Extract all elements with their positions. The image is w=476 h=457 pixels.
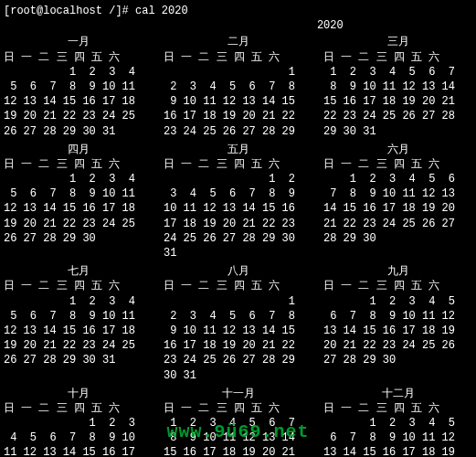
month-8: 八月日 一 二 三 四 五 六 1 2 3 4 5 6 7 8 9 10 11 … [164, 264, 312, 383]
week-row: 12 13 14 15 16 17 18 [4, 201, 153, 216]
day-header: 日 一 二 三 四 五 六 [164, 279, 312, 293]
week-row: 1 2 3 [4, 416, 153, 430]
week-row: 19 20 21 22 23 24 25 [4, 338, 153, 353]
week-row: 26 27 28 29 30 [4, 231, 153, 246]
week-row: 14 15 16 17 18 19 20 [323, 201, 472, 216]
month-title: 六月 [323, 143, 472, 157]
day-header: 日 一 二 三 四 五 六 [323, 279, 472, 293]
week-row: 7 8 9 10 11 12 13 [323, 186, 472, 201]
day-header: 日 一 二 三 四 五 六 [4, 401, 153, 416]
month-2: 二月日 一 二 三 四 五 六 1 2 3 4 5 6 7 8 9 10 11 … [164, 35, 312, 138]
week-row: 24 25 26 27 28 29 30 [164, 231, 312, 246]
week-row: 10 11 12 13 14 15 16 [164, 201, 312, 216]
day-header: 日 一 二 三 四 五 六 [323, 157, 472, 172]
week-row: 8 9 10 11 12 13 14 [164, 430, 312, 445]
week-row: 28 29 30 [323, 231, 472, 246]
week-row: 26 27 28 29 30 31 [4, 353, 153, 367]
week-row: 4 5 6 7 8 9 10 [4, 430, 153, 445]
day-header: 日 一 二 三 四 五 六 [164, 157, 312, 172]
month-title: 十一月 [164, 387, 312, 401]
week-row: 6 7 8 9 10 11 12 [323, 309, 472, 324]
month-title: 二月 [164, 35, 312, 49]
week-row: 16 17 18 19 20 21 22 [164, 109, 312, 123]
month-title: 十月 [4, 387, 153, 401]
week-row: 27 28 29 30 [323, 353, 472, 367]
week-row: 8 9 10 11 12 13 14 [323, 80, 472, 94]
week-row: 29 30 31 [323, 124, 472, 139]
week-row: 26 27 28 29 30 31 [4, 124, 153, 139]
day-header: 日 一 二 三 四 五 六 [4, 50, 153, 65]
day-header: 日 一 二 三 四 五 六 [164, 401, 312, 416]
week-row: 19 20 21 22 23 24 25 [4, 217, 153, 231]
week-row: 1 2 3 4 5 [323, 416, 472, 430]
month-title: 一月 [4, 35, 153, 49]
day-header: 日 一 二 三 四 五 六 [4, 279, 153, 293]
month-title: 八月 [164, 264, 312, 279]
day-header: 日 一 二 三 四 五 六 [323, 401, 472, 416]
week-row: 1 [164, 294, 312, 309]
week-row: 1 2 3 4 [4, 172, 153, 186]
month-1: 一月日 一 二 三 四 五 六 1 2 3 4 5 6 7 8 9 10 111… [4, 35, 153, 138]
month-title: 五月 [164, 143, 312, 157]
week-row: 17 18 19 20 21 22 23 [164, 217, 312, 231]
month-9: 九月日 一 二 三 四 五 六 1 2 3 4 5 6 7 8 9 10 11 … [323, 264, 472, 383]
calendar-grid: 一月日 一 二 三 四 五 六 1 2 3 4 5 6 7 8 9 10 111… [4, 35, 472, 457]
week-row: 5 6 7 8 9 10 11 [4, 309, 153, 324]
week-row: 16 17 18 19 20 21 22 [164, 338, 312, 353]
shell-prompt[interactable]: [root@localhost /]# cal 2020 [4, 4, 472, 18]
month-5: 五月日 一 二 三 四 五 六 1 2 3 4 5 6 7 8 910 11 1… [164, 143, 312, 261]
month-10: 十月日 一 二 三 四 五 六 1 2 3 4 5 6 7 8 9 1011 1… [4, 387, 153, 457]
week-row: 1 2 3 4 [4, 65, 153, 80]
week-row: 1 2 3 4 5 6 7 [323, 65, 472, 80]
week-row: 1 2 3 4 5 [323, 294, 472, 309]
week-row: 9 10 11 12 13 14 15 [164, 324, 312, 338]
week-row: 21 22 23 24 25 26 27 [323, 217, 472, 231]
day-header: 日 一 二 三 四 五 六 [4, 157, 153, 172]
week-row: 2 3 4 5 6 7 8 [164, 309, 312, 324]
month-title: 七月 [4, 264, 153, 279]
month-12: 十二月日 一 二 三 四 五 六 1 2 3 4 5 6 7 8 9 10 11… [323, 387, 472, 457]
week-row: 1 2 3 4 [4, 294, 153, 309]
week-row: 15 16 17 18 19 20 21 [164, 445, 312, 457]
month-title: 十二月 [323, 387, 472, 401]
week-row: 23 24 25 26 27 28 29 [164, 353, 312, 367]
week-row: 13 14 15 16 17 18 19 [323, 324, 472, 338]
week-row: 1 2 [164, 172, 312, 186]
month-title: 九月 [323, 264, 472, 279]
week-row: 12 13 14 15 16 17 18 [4, 324, 153, 338]
week-row: 13 14 15 16 17 18 19 [323, 445, 472, 457]
week-row: 19 20 21 22 23 24 25 [4, 109, 153, 123]
week-row: 30 31 [164, 368, 312, 383]
week-row: 31 [164, 246, 312, 260]
week-row: 5 6 7 8 9 10 11 [4, 80, 153, 94]
week-row: 15 16 17 18 19 20 21 [323, 94, 472, 109]
week-row: 23 24 25 26 27 28 29 [164, 124, 312, 139]
week-row: 5 6 7 8 9 10 11 [4, 186, 153, 201]
month-title: 四月 [4, 143, 153, 157]
month-6: 六月日 一 二 三 四 五 六 1 2 3 4 5 6 7 8 9 10 11 … [323, 143, 472, 261]
month-7: 七月日 一 二 三 四 五 六 1 2 3 4 5 6 7 8 9 10 111… [4, 264, 153, 383]
day-header: 日 一 二 三 四 五 六 [323, 50, 472, 65]
week-row: 2 3 4 5 6 7 8 [164, 80, 312, 94]
month-11: 十一月日 一 二 三 四 五 六 1 2 3 4 5 6 7 8 9 10 11… [164, 387, 312, 457]
week-row: 1 [164, 65, 312, 80]
week-row: 22 23 24 25 26 27 28 [323, 109, 472, 123]
year-title: 2020 [4, 18, 472, 33]
week-row: 9 10 11 12 13 14 15 [164, 94, 312, 109]
week-row: 1 2 3 4 5 6 [323, 172, 472, 186]
week-row: 11 12 13 14 15 16 17 [4, 445, 153, 457]
week-row: 3 4 5 6 7 8 9 [164, 186, 312, 201]
week-row: 20 21 22 23 24 25 26 [323, 338, 472, 353]
week-row: 12 13 14 15 16 17 18 [4, 94, 153, 109]
week-row: 1 2 3 4 5 6 7 [164, 416, 312, 430]
month-4: 四月日 一 二 三 四 五 六 1 2 3 4 5 6 7 8 9 10 111… [4, 143, 153, 261]
month-title: 三月 [323, 35, 472, 49]
week-row: 6 7 8 9 10 11 12 [323, 430, 472, 445]
month-3: 三月日 一 二 三 四 五 六 1 2 3 4 5 6 7 8 9 10 11 … [323, 35, 472, 138]
day-header: 日 一 二 三 四 五 六 [164, 50, 312, 65]
